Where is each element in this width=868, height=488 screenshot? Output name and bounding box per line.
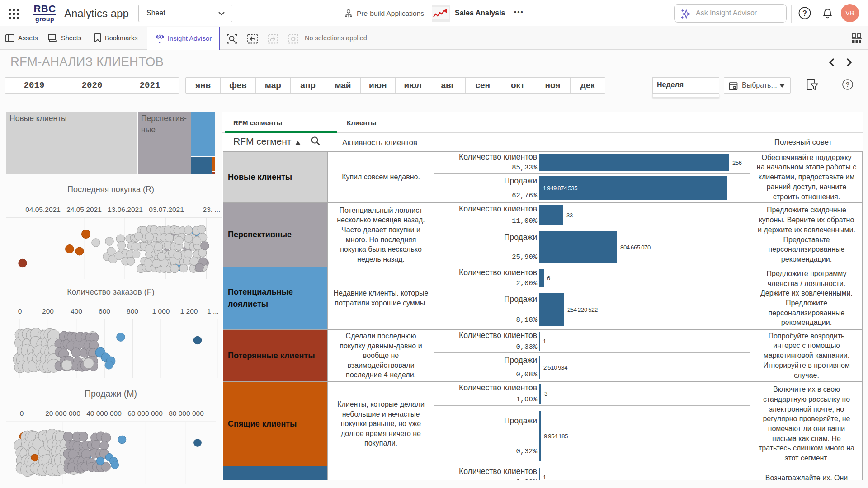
svg-text:Последняя покупка (R): Последняя покупка (R) <box>67 185 154 194</box>
svg-text:1 200: 1 200 <box>180 307 198 315</box>
svg-text:04.05.2021: 04.05.2021 <box>25 206 61 213</box>
svg-text:?: ? <box>846 81 850 88</box>
svg-text:0: 0 <box>18 307 22 315</box>
svg-text:1 000: 1 000 <box>152 307 170 315</box>
svg-text:80 000 000: 80 000 000 <box>169 409 204 417</box>
svg-text:60 000 000: 60 000 000 <box>127 409 163 417</box>
svg-text:400: 400 <box>71 307 82 315</box>
svg-text:200: 200 <box>42 307 54 315</box>
svg-text:40 000 000: 40 000 000 <box>86 409 122 417</box>
svg-text:23. ...: 23. ... <box>203 206 221 213</box>
svg-text:?: ? <box>802 9 807 17</box>
svg-text:Продажи (М): Продажи (М) <box>85 389 137 399</box>
svg-text:600: 600 <box>99 307 110 315</box>
svg-text:0: 0 <box>20 409 24 417</box>
svg-text:13.06.2021: 13.06.2021 <box>108 206 143 213</box>
svg-text:24.05.2021: 24.05.2021 <box>66 206 102 213</box>
svg-text:1 ...: 1 ... <box>207 307 219 315</box>
svg-text:800: 800 <box>127 307 138 315</box>
svg-text:03.07.2021: 03.07.2021 <box>149 206 184 213</box>
svg-text:Количество заказов (F): Количество заказов (F) <box>67 287 155 296</box>
svg-text:20 000 000: 20 000 000 <box>45 409 80 417</box>
